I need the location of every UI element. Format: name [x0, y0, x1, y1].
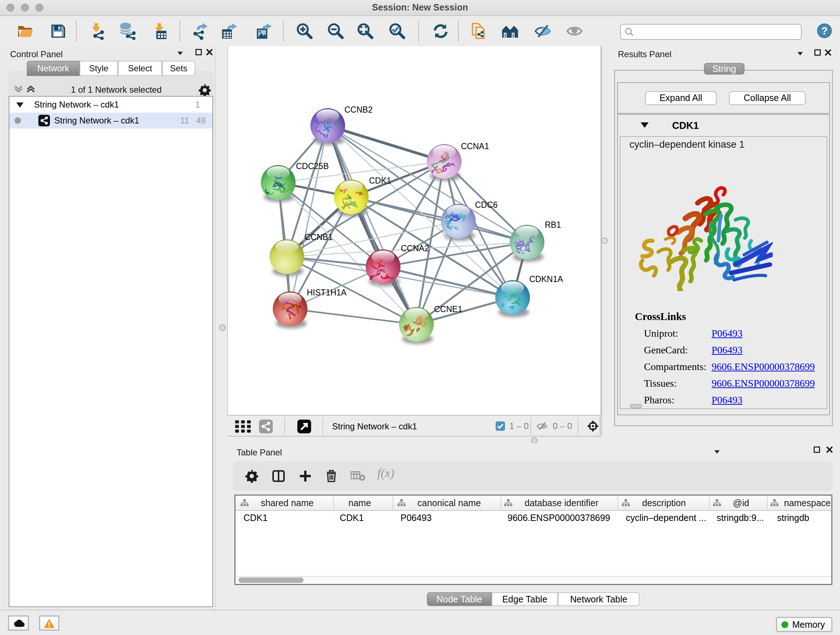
- svg-text:CCNB2: CCNB2: [344, 105, 373, 114]
- svg-text:HIST1H1A: HIST1H1A: [307, 288, 347, 297]
- svg-text:CDC6: CDC6: [475, 200, 498, 210]
- svg-text:RB1: RB1: [545, 220, 561, 230]
- svg-text:CDKN1A: CDKN1A: [529, 274, 563, 284]
- svg-text:CCNB1: CCNB1: [305, 233, 333, 242]
- svg-text:CDK1: CDK1: [369, 176, 391, 185]
- svg-text:CCNA2: CCNA2: [401, 244, 429, 253]
- svg-text:CCNE1: CCNE1: [434, 304, 462, 314]
- svg-text:?: ?: [821, 25, 828, 36]
- svg-text:CCNA1: CCNA1: [461, 141, 489, 151]
- svg-text:CDC25B: CDC25B: [296, 162, 329, 171]
